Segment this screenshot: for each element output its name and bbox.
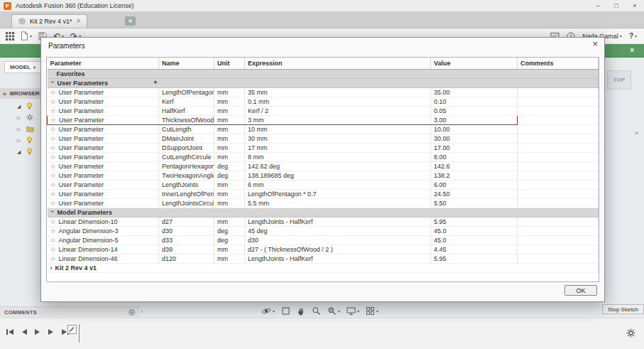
expression-cell[interactable]: 8 mm: [245, 153, 431, 162]
expression-cell[interactable]: 142.62 deg: [245, 162, 431, 171]
comment-cell[interactable]: [518, 162, 599, 171]
skip-start-icon[interactable]: [6, 328, 14, 335]
favorite-star-icon[interactable]: ☆: [50, 135, 56, 142]
ok-button[interactable]: OK: [564, 285, 597, 296]
favorite-star-icon[interactable]: ☆: [50, 117, 56, 124]
pan-button[interactable]: [297, 306, 305, 316]
expand-triangle-icon[interactable]: ◢: [17, 104, 23, 109]
orbit-button[interactable]: ▾: [261, 306, 275, 316]
comment-cell[interactable]: [518, 88, 599, 97]
comment-cell[interactable]: [518, 190, 599, 199]
name-cell[interactable]: CutLengthCircule: [159, 153, 214, 162]
group-header-cell[interactable]: ›Kit 2 Rev 4 v1: [48, 264, 599, 273]
timeline-sketch-marker[interactable]: [67, 324, 77, 337]
timeline-playhead[interactable]: [79, 324, 80, 343]
parameter-row[interactable]: ☆Linear Dimension-10d27mmLengthJoints - …: [48, 218, 599, 227]
maximize-button[interactable]: □: [607, 0, 626, 11]
comment-cell[interactable]: [518, 218, 599, 227]
tab-close-icon[interactable]: ×: [77, 18, 81, 25]
name-cell[interactable]: d39: [159, 245, 214, 254]
expression-cell[interactable]: LengthJoints - HalfKerf: [245, 254, 431, 264]
group-header-cell[interactable]: ›User Parameters+: [48, 79, 599, 88]
comments-expand-icon[interactable]: ›: [141, 308, 143, 315]
zoom-button[interactable]: [312, 306, 321, 316]
parameter-row[interactable]: ☆Angular Dimension-5d33degd3045.0: [48, 236, 599, 245]
group-header-row[interactable]: Favorites: [48, 70, 599, 79]
chevron-down-icon[interactable]: ›: [49, 210, 56, 215]
workspace-selector[interactable]: MODEL ▾: [4, 61, 41, 73]
favorite-star-icon[interactable]: ☆: [50, 200, 56, 207]
expression-cell[interactable]: d30: [245, 236, 431, 245]
data-panel-button[interactable]: [6, 32, 14, 41]
expression-cell[interactable]: 30 mm: [245, 134, 431, 144]
parameter-row[interactable]: ☆Linear Dimension-46d120mmLengthJoints -…: [48, 254, 599, 264]
comments-panel-header[interactable]: COMMENTS: [0, 306, 139, 317]
stop-sketch-button[interactable]: Stop Sketch: [602, 304, 644, 314]
help-button[interactable]: ? ▾: [629, 32, 637, 40]
comment-cell[interactable]: [518, 254, 599, 264]
parameter-row[interactable]: ☆User ParameterLengthJointsCirculemm5.5 …: [48, 199, 599, 208]
expand-triangle-icon[interactable]: ▷: [17, 138, 23, 143]
parameter-row[interactable]: ☆User ParameterKerfmm0.1 mm0.10: [48, 97, 599, 107]
look-at-button[interactable]: [281, 306, 290, 316]
collapse-panel-icon[interactable]: «: [3, 90, 6, 97]
parameter-row[interactable]: ☆User ParameterInnerLenghtOfPent...mmLen…: [48, 190, 599, 199]
name-cell[interactable]: d33: [159, 236, 214, 245]
dialog-close-icon[interactable]: ×: [592, 39, 598, 48]
display-settings-button[interactable]: ▾: [346, 306, 359, 316]
comment-cell[interactable]: [518, 227, 599, 236]
favorite-star-icon[interactable]: ☆: [50, 190, 56, 198]
chevron-down-icon[interactable]: ›: [49, 81, 56, 85]
comment-cell[interactable]: [518, 236, 599, 245]
play-icon[interactable]: [34, 328, 41, 335]
name-cell[interactable]: LengthOfPentagon: [159, 88, 214, 97]
name-cell[interactable]: Kerf: [159, 97, 214, 107]
comment-cell[interactable]: [518, 171, 599, 181]
grid-layout-button[interactable]: ▾: [366, 306, 378, 316]
comment-cell[interactable]: [518, 153, 599, 162]
favorite-star-icon[interactable]: ☆: [50, 144, 56, 151]
expression-cell[interactable]: Kerf / 2: [245, 107, 431, 116]
comment-cell[interactable]: [518, 181, 599, 190]
name-cell[interactable]: ThicknessOfWood: [159, 116, 214, 125]
view-cube[interactable]: TOP: [607, 70, 631, 90]
new-tab-button[interactable]: +: [125, 16, 136, 26]
group-header-cell[interactable]: Favorites: [48, 70, 599, 79]
parameter-row[interactable]: ☆User ParameterTwoHexagonAngledeg138.189…: [48, 171, 599, 181]
expression-cell[interactable]: 45 deg: [245, 227, 431, 236]
parameter-row[interactable]: ☆Angular Dimension-3d30deg45 deg45.0: [48, 227, 599, 236]
parameter-row[interactable]: ☆User ParameterHalfKerfmmKerf / 20.05: [48, 107, 599, 116]
parameter-row[interactable]: ☆User ParameterCutLengthmm10 mm10.00: [48, 125, 599, 134]
name-cell[interactable]: CutLength: [159, 125, 214, 134]
comment-cell[interactable]: [518, 125, 599, 134]
step-back-icon[interactable]: [21, 328, 28, 335]
favorite-star-icon[interactable]: ☆: [50, 126, 56, 133]
favorite-star-icon[interactable]: ☆: [50, 163, 56, 170]
expand-panel-icon[interactable]: »: [635, 129, 638, 136]
expression-cell[interactable]: 6 mm: [245, 181, 431, 190]
name-cell[interactable]: TwoHexagonAngle: [159, 171, 214, 181]
collapsed-group-row[interactable]: ›Kit 2 Rev 4 v1: [48, 264, 599, 273]
comment-cell[interactable]: [518, 97, 599, 107]
target-icon[interactable]: [129, 309, 135, 316]
favorite-star-icon[interactable]: ☆: [50, 246, 56, 253]
expand-triangle-icon[interactable]: ▷: [17, 115, 23, 120]
expression-cell[interactable]: 17 mm: [245, 144, 431, 153]
chevron-right-icon[interactable]: ›: [50, 264, 53, 272]
expand-triangle-icon[interactable]: ◢: [17, 149, 23, 154]
expand-triangle-icon[interactable]: ▷: [17, 127, 23, 131]
document-tab[interactable]: Kit 2 Rev 4 v1* ×: [11, 14, 87, 28]
parameter-row[interactable]: ☆User ParameterLengthOfPentagonmm35 mm35…: [48, 88, 599, 97]
zoom-window-button[interactable]: ▾: [327, 306, 340, 316]
comment-cell[interactable]: [518, 245, 599, 254]
name-cell[interactable]: HalfKerf: [159, 107, 214, 116]
parameter-row[interactable]: ☆User ParameterThicknessOfWoodmm3 mm3.00: [48, 116, 599, 125]
parameter-row[interactable]: ☆User ParameterDSupportJointmm17 mm17.00: [48, 144, 599, 153]
favorite-star-icon[interactable]: ☆: [50, 181, 56, 188]
expression-cell[interactable]: 35 mm: [245, 88, 431, 97]
name-cell[interactable]: LengthJoints: [159, 181, 214, 190]
favorite-star-icon[interactable]: ☆: [50, 172, 56, 179]
comment-cell[interactable]: [518, 107, 599, 116]
close-sketch-palette-icon[interactable]: ×: [630, 46, 634, 54]
group-header-cell[interactable]: ›Model Parameters: [48, 208, 599, 218]
